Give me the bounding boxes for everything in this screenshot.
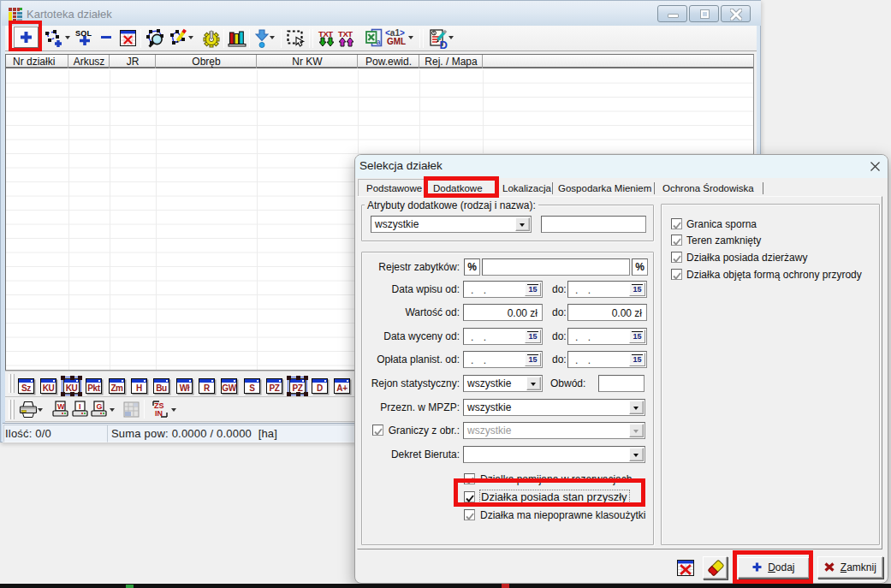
svg-text:G: G (97, 402, 103, 411)
svg-text:D: D (440, 39, 448, 50)
svg-text:I: I (79, 402, 81, 411)
svg-text:W: W (57, 402, 65, 411)
